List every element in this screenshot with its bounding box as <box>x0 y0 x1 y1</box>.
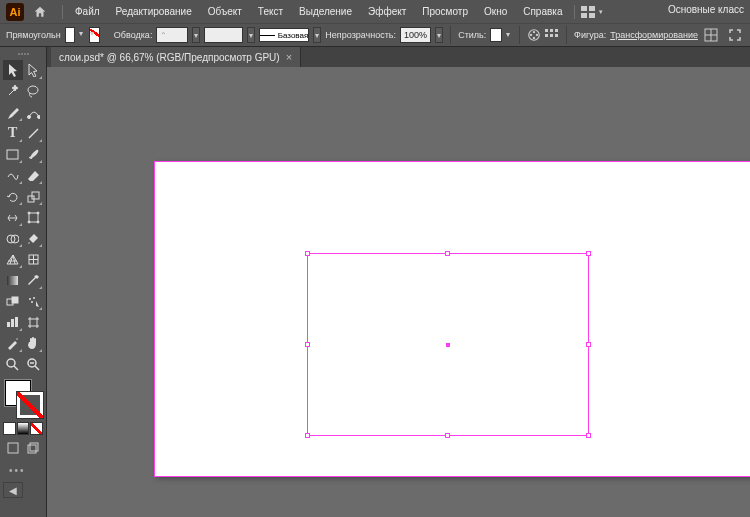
align-icon[interactable] <box>545 26 559 44</box>
scale-tool[interactable] <box>24 186 44 206</box>
eraser-tool[interactable] <box>24 165 44 185</box>
divider <box>574 5 575 19</box>
free-transform-tool[interactable] <box>24 207 44 227</box>
edit-toolbar-icon[interactable]: ••• <box>3 465 43 476</box>
expand-icon[interactable] <box>726 26 744 44</box>
svg-point-25 <box>28 221 30 223</box>
document-tab[interactable]: слои.psd* @ 66,67% (RGB/Предпросмотр GPU… <box>51 47 301 67</box>
handle-mid-left[interactable] <box>305 342 310 347</box>
close-icon[interactable]: × <box>286 51 292 63</box>
hand-tool[interactable] <box>24 333 44 353</box>
toolbar-toggle[interactable]: ◀ <box>3 482 23 498</box>
svg-rect-32 <box>12 297 18 303</box>
slice-tool[interactable] <box>3 333 23 353</box>
direct-selection-tool[interactable] <box>24 60 44 80</box>
svg-point-18 <box>37 115 40 118</box>
gradient-tool[interactable] <box>3 270 23 290</box>
artboard-tool[interactable] <box>24 312 44 332</box>
isolate-icon[interactable] <box>702 26 720 44</box>
paintbrush-tool[interactable] <box>24 144 44 164</box>
handle-bottom-left[interactable] <box>305 433 310 438</box>
win-layout-icon[interactable] <box>579 3 597 21</box>
handle-top-mid[interactable] <box>445 251 450 256</box>
rectangle-tool[interactable] <box>3 144 23 164</box>
symbol-sprayer-tool[interactable] <box>24 291 44 311</box>
zoom-tool[interactable] <box>3 354 23 374</box>
svg-rect-13 <box>550 34 553 37</box>
handle-mid-right[interactable] <box>586 342 591 347</box>
graphic-style-swatch[interactable] <box>490 28 502 42</box>
menu-text[interactable]: Текст <box>250 2 291 21</box>
svg-point-5 <box>533 31 535 33</box>
stroke-profile-dropdown[interactable]: ▾ <box>247 27 255 43</box>
pen-tool[interactable] <box>3 102 23 122</box>
menu-bar: Ai Файл Редактирование Объект Текст Выде… <box>0 0 750 23</box>
menu-file[interactable]: Файл <box>67 2 108 21</box>
opacity-input[interactable]: 100% <box>400 27 431 43</box>
column-graph-tool[interactable] <box>3 312 23 332</box>
svg-point-35 <box>31 301 33 303</box>
stroke-color-swatch[interactable] <box>89 27 100 43</box>
fill-stroke-indicator[interactable] <box>3 380 43 416</box>
selection-tool[interactable] <box>3 60 23 80</box>
shape-type-label: Прямоугольн <box>6 30 61 40</box>
shape-builder-tool[interactable] <box>3 228 23 248</box>
shaper-tool[interactable] <box>3 165 23 185</box>
curvature-tool[interactable] <box>24 102 44 122</box>
menu-help[interactable]: Справка <box>515 2 570 21</box>
draw-normal-icon[interactable] <box>5 441 21 455</box>
svg-point-8 <box>530 34 532 36</box>
handle-bottom-right[interactable] <box>586 433 591 438</box>
menu-effect[interactable]: Эффект <box>360 2 414 21</box>
stroke-color-icon[interactable] <box>17 392 43 418</box>
blend-tool[interactable] <box>3 291 23 311</box>
type-tool[interactable]: T <box>3 123 23 143</box>
svg-rect-22 <box>29 213 38 222</box>
menu-view[interactable]: Просмотр <box>414 2 476 21</box>
menu-window[interactable]: Окно <box>476 2 515 21</box>
svg-rect-10 <box>550 29 553 32</box>
menu-object[interactable]: Объект <box>200 2 250 21</box>
zoom-tool-2[interactable] <box>24 354 44 374</box>
selection-bounding-box[interactable] <box>307 253 589 436</box>
stroke-weight-dropdown[interactable]: ▾ <box>192 27 200 43</box>
opacity-dropdown[interactable]: ▾ <box>435 27 443 43</box>
handle-bottom-mid[interactable] <box>445 433 450 438</box>
mesh-tool[interactable] <box>24 249 44 269</box>
svg-point-26 <box>37 221 39 223</box>
svg-rect-2 <box>581 13 587 18</box>
workspace-switcher[interactable]: Основные класс <box>668 4 744 15</box>
live-paint-tool[interactable] <box>24 228 44 248</box>
magic-wand-tool[interactable] <box>3 81 23 101</box>
transform-link[interactable]: Трансформирование <box>610 30 698 40</box>
stroke-profile[interactable] <box>204 27 244 43</box>
fill-swatch[interactable] <box>65 27 76 43</box>
menu-edit[interactable]: Редактирование <box>108 2 200 21</box>
color-mode-none[interactable] <box>30 422 43 435</box>
svg-rect-36 <box>7 322 10 327</box>
lasso-tool[interactable] <box>24 81 44 101</box>
line-segment-tool[interactable] <box>24 123 44 143</box>
menu-select[interactable]: Выделение <box>291 2 360 21</box>
chevron-down-icon: ▾ <box>599 8 603 16</box>
eyedropper-tool[interactable] <box>24 270 44 290</box>
handle-top-right[interactable] <box>586 251 591 256</box>
perspective-grid-tool[interactable] <box>3 249 23 269</box>
stroke-style-preview[interactable]: Базовая <box>259 28 309 42</box>
svg-point-33 <box>29 298 31 300</box>
rotate-tool[interactable] <box>3 186 23 206</box>
color-mode-solid[interactable] <box>3 422 16 435</box>
separator <box>519 26 520 44</box>
canvas[interactable] <box>47 67 750 517</box>
divider <box>62 5 63 19</box>
handle-top-left[interactable] <box>305 251 310 256</box>
recolor-icon[interactable] <box>527 26 541 44</box>
panel-grip[interactable] <box>3 51 43 57</box>
home-icon[interactable] <box>30 2 50 22</box>
stroke-style-label: Базовая <box>278 31 309 40</box>
color-mode-gradient[interactable] <box>17 422 30 435</box>
stroke-style-dropdown[interactable]: ▾ <box>313 27 321 43</box>
width-tool[interactable] <box>3 207 23 227</box>
draw-behind-icon[interactable] <box>25 441 41 455</box>
stroke-weight-input[interactable]: ⌃ <box>156 27 187 43</box>
